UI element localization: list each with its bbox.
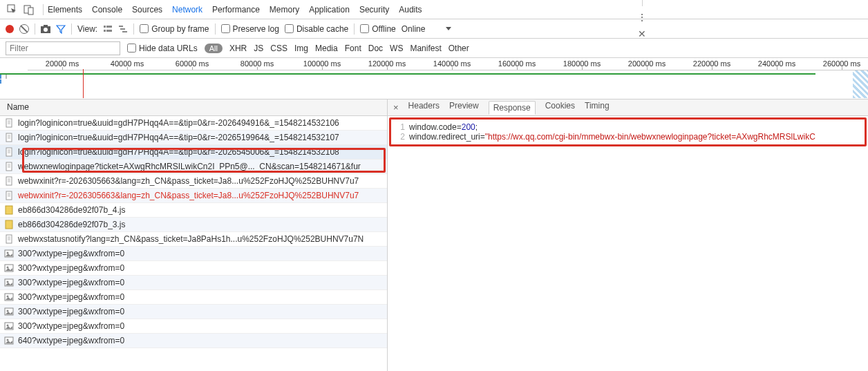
request-name: webwxinit?r=-2026305663&lang=zh_CN&pass_… xyxy=(18,191,359,200)
svg-rect-6 xyxy=(104,26,106,28)
doc-file-icon xyxy=(4,133,14,142)
svg-rect-10 xyxy=(119,26,123,27)
tab-sources[interactable]: Sources xyxy=(132,5,162,15)
preserve-log-checkbox[interactable]: Preserve log xyxy=(221,24,279,34)
svg-rect-39 xyxy=(6,235,12,243)
filter-img[interactable]: Img xyxy=(294,44,308,53)
request-row[interactable]: eb866d304286de92f07b_3.js xyxy=(0,218,387,232)
detail-tab-cookies[interactable]: Cookies xyxy=(545,101,575,115)
close-detail-icon[interactable]: × xyxy=(393,102,399,113)
request-row[interactable]: webwxnewloginpage?ticket=AXwgRhcMRSILwik… xyxy=(0,160,387,174)
request-name: login?loginicon=true&uuid=gdH7PHqq4A==&t… xyxy=(18,147,339,157)
img-file-icon xyxy=(4,292,14,302)
name-column-header[interactable]: Name xyxy=(0,99,387,116)
panel-tabs: ElementsConsoleSourcesNetworkPerformance… xyxy=(48,5,422,15)
svg-rect-38 xyxy=(6,220,12,229)
request-name: 300?wxtype=jpeg&wxfrom=0 xyxy=(18,292,124,302)
hide-data-urls-checkbox[interactable]: Hide data URLs xyxy=(127,44,198,53)
js-file-icon xyxy=(4,205,14,215)
request-row[interactable]: 300?wxtype=jpeg&wxfrom=0 xyxy=(0,247,387,261)
tab-application[interactable]: Application xyxy=(309,5,350,15)
request-row[interactable]: 300?wxtype=jpeg&wxfrom=0 xyxy=(0,305,387,319)
group-by-frame-checkbox[interactable]: Group by frame xyxy=(140,24,209,34)
response-body[interactable]: 1window.code=200; 2window.redirect_uri="… xyxy=(389,117,867,146)
request-row[interactable]: webwxinit?r=-2026305663&lang=zh_CN&pass_… xyxy=(0,174,387,189)
svg-rect-11 xyxy=(120,28,125,30)
request-list: Name login?loginicon=true&uuid=gdH7PHqq4… xyxy=(0,99,388,371)
filter-media[interactable]: Media xyxy=(315,44,338,53)
request-row[interactable]: 300?wxtype=jpeg&wxfrom=0 xyxy=(0,290,387,305)
tab-security[interactable]: Security xyxy=(359,5,389,15)
throttle-dropdown-icon[interactable] xyxy=(446,27,451,30)
disable-cache-checkbox[interactable]: Disable cache xyxy=(285,24,348,34)
doc-file-icon xyxy=(4,118,14,128)
detail-tab-timing[interactable]: Timing xyxy=(585,101,610,115)
close-icon[interactable]: ✕ xyxy=(638,28,646,39)
tab-console[interactable]: Console xyxy=(92,5,122,15)
svg-point-44 xyxy=(7,252,9,254)
tab-memory[interactable]: Memory xyxy=(270,5,299,15)
tab-elements[interactable]: Elements xyxy=(48,5,82,15)
svg-rect-8 xyxy=(104,30,106,32)
capture-screenshot-icon[interactable] xyxy=(41,25,50,33)
filter-manifest[interactable]: Manifest xyxy=(410,44,441,53)
request-row[interactable]: login?loginicon=true&uuid=gdH7PHqq4A==&t… xyxy=(0,145,387,160)
doc-file-icon xyxy=(4,162,14,171)
tab-performance[interactable]: Performance xyxy=(212,5,260,15)
filter-toggle-icon[interactable] xyxy=(56,24,66,34)
filter-xhr[interactable]: XHR xyxy=(229,44,247,53)
request-name: 300?wxtype=jpeg&wxfrom=0 xyxy=(18,307,124,316)
kebab-icon[interactable]: ⋮ xyxy=(637,12,647,23)
detail-tab-headers[interactable]: Headers xyxy=(408,101,440,115)
record-icon[interactable] xyxy=(6,25,14,33)
large-rows-icon[interactable] xyxy=(103,24,113,34)
throttle-select[interactable]: Online xyxy=(402,24,426,34)
img-file-icon xyxy=(4,249,14,258)
device-toggle-icon[interactable] xyxy=(22,3,36,17)
filter-all[interactable]: All xyxy=(205,44,223,53)
doc-file-icon xyxy=(4,234,14,244)
filter-js[interactable]: JS xyxy=(254,44,263,53)
request-name: webwxstatusnotify?lang=zh_CN&pass_ticket… xyxy=(18,234,364,244)
filter-ws[interactable]: WS xyxy=(390,44,403,53)
js-file-icon xyxy=(4,220,14,229)
filter-font[interactable]: Font xyxy=(345,44,361,53)
request-row[interactable]: eb866d304286de92f07b_4.js xyxy=(0,203,387,218)
filter-input[interactable] xyxy=(6,41,120,55)
view-label: View: xyxy=(77,24,97,34)
clear-icon[interactable] xyxy=(19,24,29,34)
filter-types: XHRJSCSSImgMediaFontDocWSManifestOther xyxy=(229,44,469,53)
detail-tab-preview[interactable]: Preview xyxy=(449,101,479,115)
request-row[interactable]: login?loginicon=true&uuid=gdH7PHqq4A==&t… xyxy=(0,131,387,145)
img-file-icon xyxy=(4,336,14,345)
offline-checkbox[interactable]: Offline xyxy=(360,24,395,34)
img-file-icon xyxy=(4,307,14,316)
svg-point-5 xyxy=(44,28,48,32)
svg-rect-2 xyxy=(28,8,33,15)
doc-file-icon xyxy=(4,176,14,186)
svg-rect-12 xyxy=(122,31,127,32)
filter-css[interactable]: CSS xyxy=(270,44,287,53)
img-file-icon xyxy=(4,278,14,287)
detail-tab-response[interactable]: Response xyxy=(489,101,536,115)
waterfall-icon[interactable] xyxy=(118,24,128,34)
request-name: 640?wxtype=jpeg&wxfrom=0 xyxy=(18,336,124,345)
svg-point-46 xyxy=(7,267,9,269)
filter-toolbar: Hide data URLs All XHRJSCSSImgMediaFontD… xyxy=(0,39,868,58)
svg-rect-21 xyxy=(6,148,12,156)
request-row[interactable]: webwxstatusnotify?lang=zh_CN&pass_ticket… xyxy=(0,232,387,247)
request-row[interactable]: 640?wxtype=jpeg&wxfrom=0 xyxy=(0,334,387,348)
request-row[interactable]: 300?wxtype=jpeg&wxfrom=0 xyxy=(0,261,387,276)
filter-other[interactable]: Other xyxy=(449,44,469,53)
img-file-icon xyxy=(4,321,14,331)
request-row[interactable]: webwxinit?r=-2026305663&lang=zh_CN&pass_… xyxy=(0,189,387,203)
tab-network[interactable]: Network xyxy=(172,5,202,15)
devtools-tabbar: ElementsConsoleSourcesNetworkPerformance… xyxy=(0,0,868,19)
request-row[interactable]: 300?wxtype=jpeg&wxfrom=0 xyxy=(0,276,387,290)
request-row[interactable]: login?loginicon=true&uuid=gdH7PHqq4A==&t… xyxy=(0,116,387,131)
request-row[interactable]: 300?wxtype=jpeg&wxfrom=0 xyxy=(0,319,387,334)
overview-timeline[interactable]: 20000 ms40000 ms60000 ms80000 ms100000 m… xyxy=(0,58,868,99)
tab-audits[interactable]: Audits xyxy=(399,5,422,15)
filter-doc[interactable]: Doc xyxy=(368,44,383,53)
inspect-icon[interactable] xyxy=(6,3,19,17)
